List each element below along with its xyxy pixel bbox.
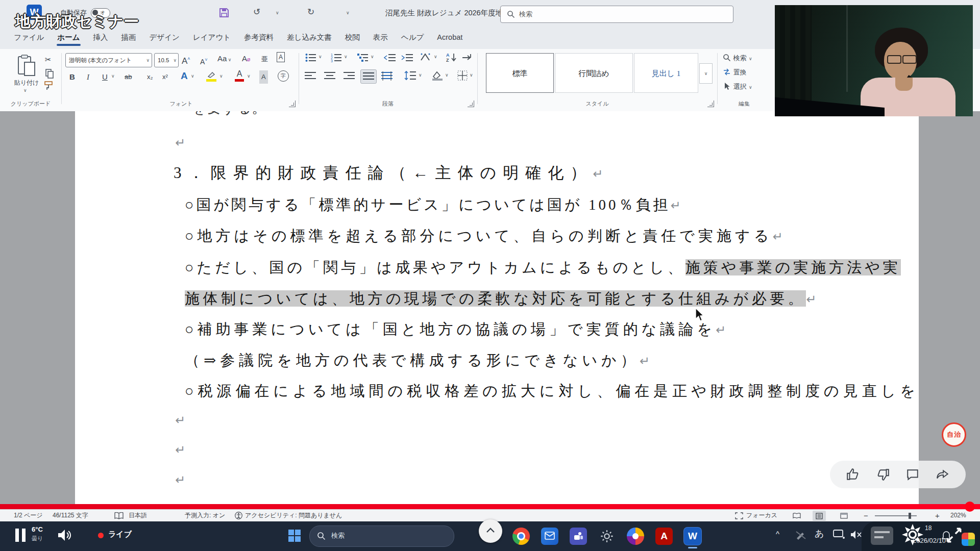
multilevel-list-icon[interactable]	[357, 53, 369, 62]
paste-button[interactable]: 貼り付け	[6, 79, 47, 87]
style-normal[interactable]: 標準	[486, 53, 554, 93]
font-dialog-launcher-icon[interactable]	[289, 101, 296, 107]
ruby-icon[interactable]: 亜	[261, 53, 268, 66]
like-icon[interactable]	[846, 468, 860, 481]
character-border-icon[interactable]: A	[277, 52, 285, 62]
comment-icon[interactable]	[906, 468, 919, 481]
text-effects-caret-icon[interactable]: ∨	[191, 73, 194, 79]
line-spacing-icon[interactable]	[404, 70, 416, 81]
tray-color-widget-icon[interactable]	[962, 533, 975, 546]
asian-layout-icon[interactable]	[420, 52, 432, 62]
pause-icon[interactable]	[15, 529, 19, 542]
tray-chevron-icon[interactable]: ^	[776, 530, 779, 538]
font-name-combobox[interactable]: 游明朝 (本文のフォント ∨	[65, 53, 152, 67]
align-center-icon[interactable]	[324, 71, 336, 81]
title-more-caret-icon[interactable]: ∨	[346, 10, 350, 15]
tray-clock-fragment[interactable]: 18	[925, 524, 932, 532]
acrobat-icon[interactable]: A	[655, 528, 673, 545]
read-mode-button[interactable]	[790, 511, 803, 521]
italic-icon[interactable]: I	[87, 70, 89, 84]
style-no-spacing[interactable]: 行間詰め	[555, 53, 633, 93]
document-page[interactable]: を要する。 ↵ 3．限界的財政責任論（←主体の明確化）↵ ○国が関与する「標準的…	[75, 111, 919, 509]
align-right-icon[interactable]	[343, 71, 355, 81]
paste-caret-icon[interactable]: ∨	[23, 88, 27, 93]
focus-mode-button[interactable]: フォーカス	[746, 510, 777, 521]
character-shading-icon[interactable]: A	[259, 70, 268, 84]
distribute-icon[interactable]	[381, 71, 393, 81]
cut-icon[interactable]: ✂	[45, 53, 52, 66]
word-search-box[interactable]: 検索	[500, 6, 733, 23]
print-layout-button[interactable]	[813, 511, 826, 521]
borders-icon[interactable]	[457, 70, 468, 81]
player-fullscreen-icon[interactable]	[945, 527, 963, 544]
grow-font-icon[interactable]: A˄	[182, 52, 190, 68]
display-cast-icon[interactable]	[833, 530, 845, 540]
highlight-caret-icon[interactable]: ∨	[219, 73, 223, 79]
subscript-icon[interactable]: x₂	[147, 70, 153, 84]
page-indicator[interactable]: 1/2 ページ	[14, 510, 43, 521]
sort-icon[interactable]: A Z	[446, 52, 457, 62]
paragraph-dialog-launcher-icon[interactable]	[468, 101, 474, 107]
zoom-out-button[interactable]: −	[864, 510, 868, 521]
style-heading1[interactable]: 見出し 1	[634, 53, 698, 93]
save-icon[interactable]	[218, 7, 230, 18]
tab-help[interactable]: ヘルプ	[395, 27, 431, 47]
video-progress-bar[interactable]	[0, 504, 980, 509]
multilevel-caret-icon[interactable]: ∨	[371, 54, 374, 59]
numbered-caret-icon[interactable]: ∨	[344, 54, 348, 59]
undo-caret-icon[interactable]: ∨	[276, 10, 279, 15]
tab-layout[interactable]: レイアウト	[186, 27, 237, 47]
underline-icon[interactable]: U	[102, 70, 108, 84]
zoom-slider-thumb[interactable]	[909, 513, 911, 519]
tab-design[interactable]: デザイン	[143, 27, 186, 47]
web-layout-button[interactable]	[837, 511, 850, 521]
weather-condition[interactable]: 曇り	[32, 535, 43, 542]
touch-keyboard-icon[interactable]	[871, 527, 893, 545]
highlight-color-icon[interactable]	[206, 71, 216, 82]
undo-icon[interactable]: ↺	[253, 6, 260, 19]
superscript-icon[interactable]: x²	[162, 70, 168, 84]
styles-dialog-launcher-icon[interactable]	[707, 101, 714, 107]
enclose-characters-icon[interactable]: 字	[278, 70, 289, 82]
decrease-indent-icon[interactable]	[384, 53, 396, 62]
bullet-list-icon[interactable]	[305, 53, 316, 62]
word-count[interactable]: 46/1125 文字	[53, 510, 88, 521]
chrome-icon[interactable]	[512, 528, 530, 545]
taskbar-search-box[interactable]: 検索	[309, 525, 454, 547]
line-spacing-caret-icon[interactable]: ∨	[419, 72, 422, 78]
windows-start-icon[interactable]	[288, 530, 301, 542]
shading-caret-icon[interactable]: ∨	[445, 72, 449, 78]
underline-caret-icon[interactable]: ∨	[111, 73, 115, 79]
photos-icon[interactable]	[627, 528, 644, 545]
shading-icon[interactable]	[432, 70, 443, 81]
font-color-icon[interactable]: A	[235, 69, 244, 82]
tab-references[interactable]: 参考資料	[237, 27, 280, 47]
change-case-icon[interactable]: Aa ∨	[217, 52, 231, 66]
word-taskbar-icon[interactable]: W	[684, 528, 701, 545]
increase-indent-icon[interactable]	[401, 53, 413, 62]
borders-caret-icon[interactable]: ∨	[470, 72, 473, 78]
text-effects-icon[interactable]: A	[181, 69, 188, 83]
select-button[interactable]: 選択 ∨	[723, 82, 752, 91]
teams-icon[interactable]	[570, 528, 587, 545]
dislike-icon[interactable]	[876, 468, 890, 481]
tab-review[interactable]: 校閲	[338, 27, 366, 47]
settings-app-icon[interactable]	[598, 528, 616, 545]
language-indicator[interactable]: 日本語	[129, 510, 147, 521]
paste-clipboard-icon[interactable]	[16, 54, 37, 78]
accessibility-status[interactable]: アクセシビリティ: 問題ありません	[245, 510, 342, 521]
format-painter-icon[interactable]	[44, 81, 54, 91]
redo-icon[interactable]: ↻	[307, 6, 314, 19]
font-size-combobox[interactable]: 10.5 ∨	[154, 53, 179, 67]
numbered-list-icon[interactable]: 123	[331, 53, 342, 62]
asian-layout-caret-icon[interactable]: ∨	[434, 54, 437, 59]
replace-button[interactable]: 置換	[723, 67, 746, 77]
channel-logo[interactable]: 自治	[942, 422, 966, 447]
justify-button-selected[interactable]	[360, 69, 377, 84]
text-prediction-indicator[interactable]: 予測入力: オン	[185, 510, 225, 521]
video-progress-handle[interactable]	[965, 502, 975, 512]
ime-mode-indicator[interactable]: あ	[815, 528, 824, 540]
strikethrough-icon[interactable]: ab	[125, 70, 132, 84]
share-icon[interactable]	[936, 468, 949, 481]
pen-disabled-icon[interactable]	[795, 531, 806, 540]
